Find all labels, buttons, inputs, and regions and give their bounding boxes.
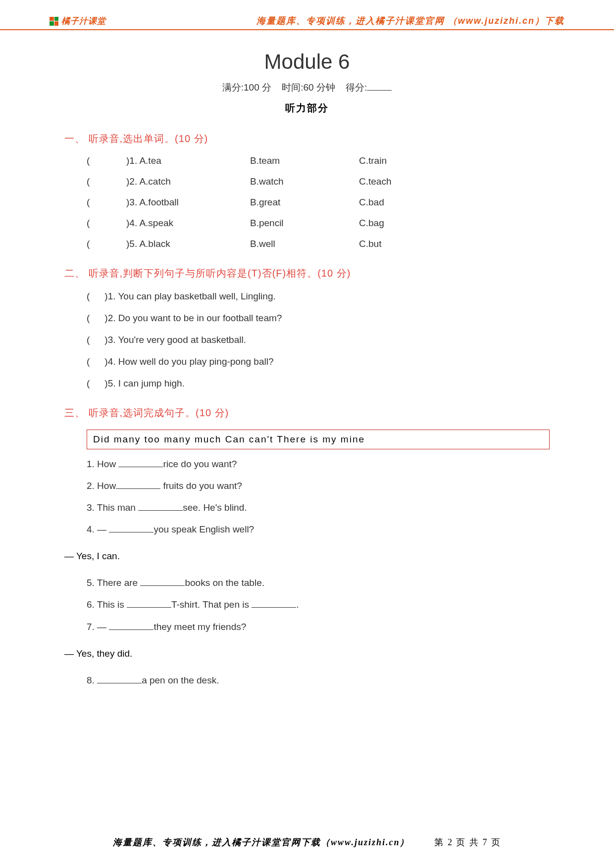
q2-row-5: ()5. I can jump high. xyxy=(87,378,550,389)
q3-heading: 三、 听录音,选词完成句子。(10 分) xyxy=(64,406,550,420)
q1-2-c: C.teach xyxy=(359,176,458,187)
q2-2-text: )2. Do you want to be in our football te… xyxy=(104,313,282,323)
blank-input[interactable] xyxy=(252,598,296,608)
q2-heading: 二、 听录音,判断下列句子与所听内容是(T)否(F)相符。(10 分) xyxy=(64,267,550,280)
q3-1-pre: 1. How xyxy=(87,459,118,469)
paren-open[interactable]: ( xyxy=(87,197,111,208)
q3-7-post: they meet my friends? xyxy=(154,622,246,632)
page-number: 第 2 页 共 7 页 xyxy=(434,836,501,848)
blank-input[interactable] xyxy=(127,598,171,608)
logo-icon xyxy=(50,17,58,26)
q3-3-post: see. He's blind. xyxy=(183,502,247,513)
q3-item-8: 8. a pen on the desk. xyxy=(87,672,550,689)
score-label: 得分: xyxy=(346,82,367,93)
q3-8-post: a pen on the desk. xyxy=(142,675,219,685)
q2-row-2: ()2. Do you want to be in our football t… xyxy=(87,313,550,324)
paren-open[interactable]: ( xyxy=(87,239,111,249)
q1-row-5: ( )5. A.black B.well C.but xyxy=(87,239,550,249)
q1-2-num: )2. xyxy=(126,176,137,187)
q2-row-3: ()3. You're very good at basketball. xyxy=(87,335,550,345)
q1-1-b: B.team xyxy=(250,155,359,166)
q1-5-a: A.black xyxy=(139,239,170,249)
q3-6-post: . xyxy=(296,599,299,610)
blank-input[interactable] xyxy=(140,577,185,586)
q1-4-c: C.bag xyxy=(359,218,458,229)
q3-item-3: 3. This man see. He's blind. xyxy=(87,499,550,517)
score-blank[interactable] xyxy=(367,90,392,91)
paren-open[interactable]: ( xyxy=(87,356,90,367)
q1-4-a: A.speak xyxy=(139,218,173,228)
q1-3-c: C.bad xyxy=(359,197,458,208)
q1-3-b: B.great xyxy=(250,197,359,208)
q1-heading: 一、 听录音,选出单词。(10 分) xyxy=(64,132,550,145)
q1-5-b: B.well xyxy=(250,239,359,249)
page-header: 橘子汁课堂 海量题库、专项训练，进入橘子汁课堂官网 （www.juzizhi.c… xyxy=(0,0,614,30)
q1-5-num: )5. xyxy=(126,239,137,249)
time-limit: 时间:60 分钟 xyxy=(282,82,335,93)
q3-response-1: — Yes, I can. xyxy=(64,551,550,562)
q2-3-text: )3. You're very good at basketball. xyxy=(104,335,246,345)
q3-7-pre: 7. — xyxy=(87,622,109,632)
q1-1-num: )1. xyxy=(126,155,137,166)
header-tagline: 海量题库、专项训练，进入橘子汁课堂官网 （www.juzizhi.cn）下载 xyxy=(256,15,564,27)
paren-open[interactable]: ( xyxy=(87,155,111,166)
q3-8-pre: 8. xyxy=(87,675,97,685)
paren-open[interactable]: ( xyxy=(87,176,111,187)
q1-2-a: A.catch xyxy=(139,176,170,187)
blank-input[interactable] xyxy=(116,480,160,489)
footer-tagline: 海量题库、专项训练，进入橘子汁课堂官网下载（www.juzizhi.cn） xyxy=(113,836,409,848)
q1-row-4: ( )4. A.speak B.pencil C.bag xyxy=(87,218,550,229)
q3-6-mid: T-shirt. That pen is xyxy=(171,599,252,610)
q3-2-post: fruits do you want? xyxy=(160,481,242,491)
blank-input[interactable] xyxy=(109,621,154,630)
blank-input[interactable] xyxy=(97,674,142,683)
q1-row-2: ( )2. A.catch B.watch C.teach xyxy=(87,176,550,187)
q3-item-6: 6. This is T-shirt. That pen is . xyxy=(87,596,550,614)
q2-4-text: )4. How well do you play ping-pong ball? xyxy=(104,356,273,367)
q1-1-c: C.train xyxy=(359,155,458,166)
q1-4-b: B.pencil xyxy=(250,218,359,229)
blank-input[interactable] xyxy=(118,458,163,467)
q3-item-2: 2. How fruits do you want? xyxy=(87,477,550,495)
section-listening-title: 听力部分 xyxy=(64,101,550,115)
logo: 橘子汁课堂 xyxy=(50,15,106,27)
q1-3-a: A.football xyxy=(139,197,178,207)
q3-4-post: you speak English well? xyxy=(154,524,254,534)
paren-open[interactable]: ( xyxy=(87,218,111,229)
page-content: Module 6 满分:100 分 时间:60 分钟 得分: 听力部分 一、 听… xyxy=(0,30,614,713)
q2-5-text: )5. I can jump high. xyxy=(104,378,185,388)
q1-3-num: )3. xyxy=(126,197,137,207)
q3-3-pre: 3. This man xyxy=(87,502,138,513)
paren-open[interactable]: ( xyxy=(87,291,90,301)
q3-response-2: — Yes, they did. xyxy=(64,648,550,659)
q1-row-1: ( )1. A.tea B.team C.train xyxy=(87,155,550,166)
q3-item-1: 1. How rice do you want? xyxy=(87,455,550,473)
paren-open[interactable]: ( xyxy=(87,313,90,323)
q1-5-c: C.but xyxy=(359,239,458,249)
q3-4-pre: 4. — xyxy=(87,524,109,534)
q1-1-a: A.tea xyxy=(139,155,161,166)
blank-input[interactable] xyxy=(138,501,183,511)
exam-meta: 满分:100 分 时间:60 分钟 得分: xyxy=(64,81,550,94)
q2-1-text: )1. You can play basketball well, Lingli… xyxy=(104,291,275,301)
word-bank: Did many too many much Can can't There i… xyxy=(87,430,550,449)
logo-text: 橘子汁课堂 xyxy=(61,15,106,27)
paren-open[interactable]: ( xyxy=(87,378,90,388)
blank-input[interactable] xyxy=(109,523,154,532)
q3-item-4: 4. — you speak English well? xyxy=(87,521,550,538)
q3-6-pre: 6. This is xyxy=(87,599,127,610)
q1-4-num: )4. xyxy=(126,218,137,228)
q3-item-7: 7. — they meet my friends? xyxy=(87,618,550,636)
q3-2-pre: 2. How xyxy=(87,481,116,491)
q2-row-1: ()1. You can play basketball well, Lingl… xyxy=(87,291,550,302)
q1-2-b: B.watch xyxy=(250,176,359,187)
full-score: 满分:100 分 xyxy=(222,82,271,93)
q2-row-4: ()4. How well do you play ping-pong ball… xyxy=(87,356,550,367)
q3-5-post: books on the table. xyxy=(185,578,264,588)
page-footer: 海量题库、专项训练，进入橘子汁课堂官网下载（www.juzizhi.cn） 第 … xyxy=(0,836,614,848)
q3-5-pre: 5. There are xyxy=(87,578,140,588)
q3-1-post: rice do you want? xyxy=(163,459,237,469)
paren-open[interactable]: ( xyxy=(87,335,90,345)
q3-item-5: 5. There are books on the table. xyxy=(87,574,550,592)
q1-row-3: ( )3. A.football B.great C.bad xyxy=(87,197,550,208)
